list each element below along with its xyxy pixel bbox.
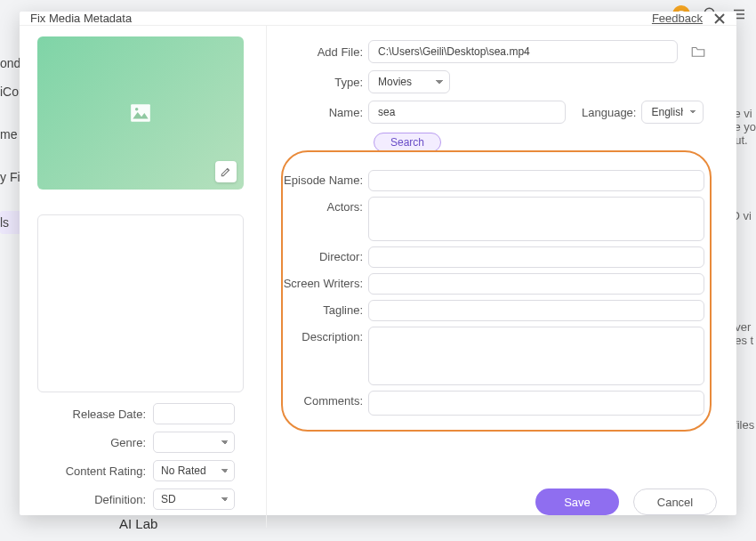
definition-select[interactable]: SD [153, 489, 235, 510]
genre-select[interactable] [153, 432, 235, 453]
name-label: Name: [276, 106, 368, 119]
cancel-button[interactable]: Cancel [633, 489, 717, 515]
type-select[interactable]: Movies [368, 70, 450, 93]
edit-cover-button[interactable] [215, 161, 237, 182]
close-icon[interactable] [713, 12, 726, 25]
comments-label: Comments: [276, 391, 368, 416]
genre-label: Genre: [37, 436, 153, 449]
release-date-label: Release Date: [37, 408, 153, 421]
name-input[interactable] [368, 101, 566, 124]
cover-thumbnail [37, 36, 244, 190]
svg-point-9 [135, 108, 138, 110]
language-select[interactable]: English [641, 101, 704, 124]
tagline-input[interactable] [368, 300, 704, 321]
folder-icon[interactable] [690, 44, 706, 59]
content-rating-label: Content Rating: [37, 464, 153, 478]
save-button[interactable]: Save [535, 489, 619, 515]
episode-name-input[interactable] [368, 170, 704, 191]
definition-label: Definition: [37, 493, 153, 506]
actors-input[interactable] [368, 197, 704, 241]
type-label: Type: [276, 76, 368, 89]
director-label: Director: [276, 246, 368, 268]
content-rating-select[interactable]: No Rated [153, 460, 235, 481]
synopsis-box [37, 214, 244, 392]
pencil-icon [220, 166, 232, 178]
feedback-link[interactable]: Feedback [652, 12, 703, 25]
fix-metadata-modal: Fix Media Metadata Feedback Release Date… [20, 12, 736, 515]
actors-label: Actors: [276, 197, 368, 241]
image-placeholder-icon [128, 101, 153, 125]
modal-title: Fix Media Metadata [30, 12, 132, 25]
comments-input[interactable] [368, 391, 704, 416]
description-label: Description: [276, 327, 368, 385]
screen-writers-label: Screen Writers: [276, 273, 368, 295]
release-date-input[interactable] [153, 403, 235, 424]
screen-writers-input[interactable] [368, 273, 704, 295]
add-file-input[interactable] [368, 40, 678, 63]
tagline-label: Tagline: [276, 300, 368, 321]
description-input[interactable] [368, 327, 704, 385]
episode-name-label: Episode Name: [276, 170, 368, 191]
add-file-label: Add File: [276, 45, 368, 59]
search-button[interactable]: Search [374, 133, 441, 152]
language-label: Language: [582, 106, 636, 119]
director-input[interactable] [368, 246, 704, 268]
svg-rect-7 [131, 104, 150, 122]
